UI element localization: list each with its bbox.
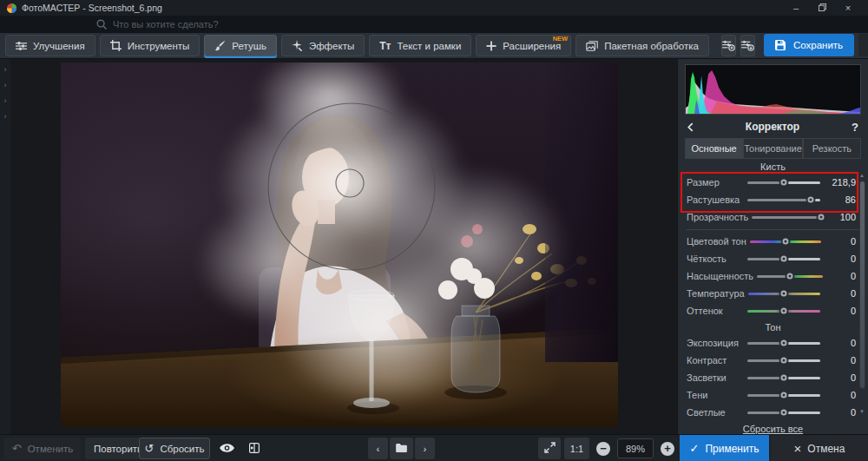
toolbar-tab[interactable]: Инструменты [100, 35, 201, 56]
slider-track[interactable] [747, 394, 820, 397]
slider-label: Тени [687, 390, 744, 400]
actual-size-button[interactable]: 1:1 [564, 438, 589, 459]
slider-track[interactable] [747, 359, 820, 362]
plus-icon: + [661, 442, 674, 456]
next-photo-button[interactable]: › [415, 438, 435, 459]
reset-all-link[interactable]: Сбросить все [678, 424, 868, 434]
slider-handle[interactable] [781, 358, 787, 364]
apply-button[interactable]: ✓ Применить [680, 435, 769, 461]
zoom-out-button[interactable]: − [593, 438, 614, 459]
toolbar-tabs: Улучшения Инструменты Ретушь [5, 35, 709, 58]
toolbar-tab[interactable]: Пакетная обработка [575, 35, 709, 56]
histogram [685, 64, 861, 115]
sliders-icon [16, 41, 27, 51]
plus-icon [486, 41, 496, 51]
slider-row: Тени 0 [678, 386, 868, 404]
minus-icon: − [596, 442, 610, 456]
slider-handle[interactable] [781, 291, 787, 297]
slider-handle[interactable] [781, 392, 787, 398]
slider-track[interactable] [747, 199, 820, 201]
slider-track[interactable] [747, 310, 820, 313]
eye-icon [220, 444, 234, 454]
slider-track[interactable] [752, 216, 821, 219]
expand-chevron-icon[interactable]: › [4, 82, 7, 89]
slider-handle[interactable] [782, 239, 788, 245]
toolbar-tab-label: Ретушь [232, 41, 266, 51]
undo-button[interactable]: ↶ Отменить [4, 438, 81, 459]
save-button[interactable]: Сохранить [764, 34, 854, 56]
slider-row: Чёткость 0 [678, 250, 868, 267]
panel-back-button[interactable] [687, 122, 694, 132]
slider-track[interactable] [747, 342, 820, 345]
slider-value: 218,9 [828, 177, 856, 188]
expand-chevron-icon[interactable]: › [4, 66, 7, 73]
toolbar-tab[interactable]: Расширения NEW [476, 35, 571, 56]
bottombar: ↶ Отменить Повторить ↷ ↺ Сбросить ‹ › 1:… [0, 434, 868, 461]
before-after-button[interactable] [242, 438, 266, 459]
maximize-button[interactable] [809, 0, 835, 16]
slider-handle[interactable] [781, 180, 787, 186]
panel-tab[interactable]: Основные [685, 138, 743, 159]
scroll-up-icon[interactable]: ▲ [858, 172, 866, 179]
slider-handle[interactable] [808, 197, 814, 203]
toolbar-tab[interactable]: Tт Текст и рамки [369, 35, 471, 56]
undo-icon: ↶ [12, 443, 22, 454]
slider-handle[interactable] [781, 256, 787, 262]
slider-track[interactable] [747, 181, 820, 184]
slider-track[interactable] [757, 275, 823, 278]
open-folder-button[interactable] [390, 438, 413, 459]
slider-value: 0 [829, 236, 856, 247]
close-button[interactable]: × [835, 0, 861, 16]
slider-handle[interactable] [781, 340, 787, 346]
zoom-in-button[interactable]: + [657, 438, 678, 459]
reset-button[interactable]: ↺ Сбросить [139, 438, 210, 459]
cancel-button[interactable]: × Отмена [771, 435, 868, 461]
slider-label: Растушевка [687, 194, 744, 205]
collapsed-panel-strip: › › › › [0, 59, 10, 434]
scroll-down-icon[interactable]: ▼ [858, 408, 866, 415]
menubar [0, 16, 868, 33]
panel-tab[interactable]: Резкость [803, 138, 861, 159]
export-preset-button[interactable] [740, 35, 755, 56]
slider-handle[interactable] [781, 375, 787, 381]
slider-value: 0 [831, 271, 856, 281]
group-heading: Кисть [678, 161, 868, 174]
slider-value: 0 [828, 306, 856, 316]
slider-row: Засветки 0 [678, 369, 868, 386]
slider-handle[interactable] [781, 410, 787, 416]
slider-track[interactable] [747, 377, 820, 379]
slider-handle[interactable] [781, 308, 787, 314]
print-button[interactable]: Печать [858, 34, 868, 56]
toolbar-tab[interactable]: Эффекты [281, 35, 365, 56]
scrollbar-thumb[interactable] [859, 181, 865, 389]
minimize-button[interactable]: – [783, 0, 809, 16]
toolbar-tab[interactable]: Улучшения [5, 35, 95, 56]
slider-track[interactable] [748, 293, 821, 295]
slider-handle[interactable] [787, 273, 793, 280]
toolbar-tab[interactable]: Ретушь [204, 35, 277, 56]
slider-track[interactable] [747, 258, 820, 260]
save-icon [775, 40, 786, 50]
previous-photo-button[interactable]: ‹ [368, 438, 388, 459]
add-preset-button[interactable] [721, 35, 736, 56]
slider-handle[interactable] [819, 214, 825, 221]
search-input[interactable] [113, 19, 278, 30]
wand-icon [292, 40, 303, 51]
fit-to-screen-button[interactable] [538, 438, 561, 459]
panel-tab[interactable]: Тонирование [743, 138, 803, 159]
chevron-left-icon: ‹ [377, 444, 380, 454]
slider-label: Экспозиция [687, 338, 744, 348]
preview-original-button[interactable] [215, 438, 239, 459]
slider-value: 0 [828, 338, 856, 348]
slider-label: Контраст [687, 355, 744, 366]
expand-chevron-icon[interactable]: › [4, 113, 7, 120]
slider-label: Прозрачность [687, 212, 748, 222]
slider-track[interactable] [750, 240, 821, 243]
check-icon: ✓ [690, 443, 700, 454]
expand-chevron-icon[interactable]: › [4, 97, 7, 104]
photo-edit-area[interactable] [61, 63, 618, 427]
slider-track[interactable] [747, 412, 820, 414]
photomaster-app: ФотоМАСТЕР - Screenshot_6.png – × Улучше… [0, 0, 868, 461]
help-button[interactable]: ? [852, 121, 858, 134]
search-icon [96, 19, 107, 30]
